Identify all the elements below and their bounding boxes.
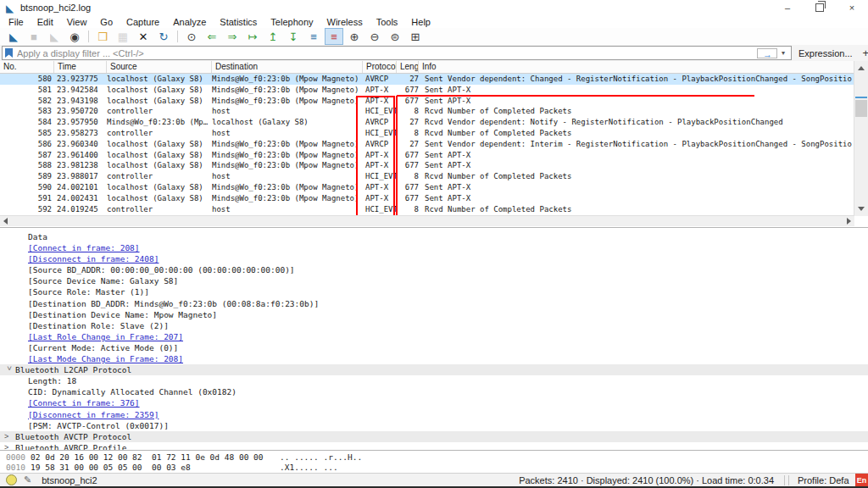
filter-dropdown-caret-icon[interactable]: ▾ [778,48,788,58]
frame-link[interactable]: [Last Mode Change in Frame: 208] [28,353,183,364]
packet-list-vertical-scrollbar[interactable] [854,61,868,216]
frame-link[interactable]: [Connect in frame: 208] [28,242,140,253]
detail-tree-item[interactable]: CID: Dynamically Allocated Channel (0x01… [0,386,868,397]
packet-row[interactable]: 58123.942584localhost (Galaxy S8)Minds@W… [0,85,854,96]
packet-row[interactable]: 58723.961400localhost (Galaxy S8)Minds@W… [0,150,854,161]
detail-tree-item[interactable]: [Connect in frame: 208] [0,242,868,253]
detail-tree-item[interactable]: [Current Mode: Active Mode (0)] [0,342,868,353]
menu-item-tools[interactable]: Tools [370,17,405,27]
frame-link[interactable]: [Disconnect in frame: 2408] [28,253,159,264]
close-file-button[interactable]: ✕ [134,28,153,45]
restart-capture-button[interactable]: ◣ [45,28,64,45]
menu-item-help[interactable]: Help [404,17,437,27]
go-to-packet-button[interactable]: ↦ [243,28,262,45]
packet-row[interactable]: 59124.002431localhost (Galaxy S8)Minds@W… [0,193,854,204]
column-header-length[interactable]: Length [397,61,419,73]
detail-tree-item[interactable]: [Connect in frame: 376] [0,397,868,408]
column-header-source[interactable]: Source [107,61,212,73]
go-last-button[interactable]: ↧ [284,28,303,45]
capture-comment-icon[interactable]: ✎ [24,474,31,485]
detail-tree-item[interactable]: [Source Role: Master (1)] [0,286,868,297]
stop-capture-button[interactable]: ■ [25,28,43,45]
expanded-arrow-icon[interactable]: > [3,366,14,374]
menu-item-telephony[interactable]: Telephony [264,17,320,27]
expert-info-icon[interactable] [6,474,17,485]
filter-bookmark-icon[interactable] [5,48,13,58]
menu-item-go[interactable]: Go [93,17,120,27]
column-header-no[interactable]: No. [0,61,54,73]
packet-row[interactable]: 59224.019245controllerhostHCI_EVT8Rcvd N… [0,204,854,215]
open-file-button[interactable]: ❒ [93,28,112,45]
capture-options-button[interactable]: ◉ [65,28,84,45]
colorize-button[interactable]: ≡ [325,28,343,45]
restore-button[interactable] [804,0,836,15]
scroll-right-icon[interactable] [847,218,851,225]
packet-row[interactable]: 58623.960340localhost (Galaxy S8)Minds@W… [0,139,854,150]
detail-tree-item[interactable]: [Destination Device Name: Mpow Magneto] [0,309,868,320]
detail-tree-item[interactable]: [Disconnect in frame: 2359] [0,409,868,420]
apply-filter-button[interactable]: → [757,48,777,58]
packet-list-horizontal-scrollbar[interactable] [0,215,854,226]
scrollbar-thumb[interactable] [855,100,867,117]
auto-scroll-button[interactable]: ≡ [304,28,323,45]
expression-button[interactable]: Expression... [798,48,853,58]
go-first-button[interactable]: ↥ [264,28,282,45]
menu-item-wireless[interactable]: Wireless [320,17,370,27]
scroll-left-icon[interactable] [3,218,8,225]
frame-link[interactable]: [Connect in frame: 376] [28,397,140,408]
packet-row[interactable]: 59024.002101localhost (Galaxy S8)Minds@W… [0,182,854,193]
detail-tree-item[interactable]: [Last Mode Change in Frame: 208] [0,353,868,364]
close-button[interactable]: × [836,0,868,15]
packet-row[interactable]: 58923.988017controllerhostHCI_EVT8Rcvd N… [0,171,854,182]
packet-row[interactable]: 58223.943198localhost (Galaxy S8)Minds@W… [0,96,854,107]
column-header-destination[interactable]: Destination [212,61,363,73]
detail-tree-item[interactable]: [Source Device Name: Galaxy S8] [0,275,868,286]
resize-columns-button[interactable]: ⊞ [406,28,425,45]
find-packet-button[interactable]: ⊙ [182,28,201,45]
collapsed-arrow-icon[interactable]: > [4,442,13,451]
detail-tree-item[interactable]: >Bluetooth AVRCP Profile [0,442,868,451]
menu-item-statistics[interactable]: Statistics [213,17,264,27]
start-capture-button[interactable]: ◣ [4,28,23,45]
detail-tree-item[interactable]: >Bluetooth AVCTP Protocol [0,431,868,442]
reload-file-button[interactable]: ↻ [154,28,173,45]
packet-row[interactable]: 58823.981238localhost (Galaxy S8)Minds@W… [0,160,854,171]
minimize-button[interactable]: – [771,0,804,15]
display-filter-input[interactable] [17,47,757,58]
detail-tree-item[interactable]: [Destination BD_ADDR: Minds@Wo_f0:23:0b … [0,298,868,309]
detail-tree-item[interactable]: [Disconnect in frame: 2408] [0,253,868,264]
menu-item-edit[interactable]: Edit [31,17,60,27]
go-forward-button[interactable]: ⇒ [223,28,242,45]
detail-tree-item[interactable]: [PSM: AVCTP-Control (0x0017)] [0,420,868,431]
packet-row[interactable]: 58323.950720controllerhostHCI_EVT8Rcvd N… [0,106,854,117]
add-filter-button[interactable]: + [863,47,868,59]
zoom-out-button[interactable]: ⊖ [365,28,384,45]
menu-item-file[interactable]: File [2,17,31,27]
go-back-button[interactable]: ⇐ [203,28,221,45]
column-header-protocol[interactable]: Protocol [363,61,397,73]
frame-link[interactable]: [Disconnect in frame: 2359] [28,409,159,420]
hex-row[interactable]: 001019 58 31 00 00 05 05 00 00 03 e8.X1.… [0,463,868,473]
packet-row[interactable]: 58423.957950Minds@Wo_f0:23:0b (Mpow Magn… [0,117,854,128]
column-header-time[interactable]: Time [54,61,107,73]
detail-tree-item[interactable]: >Bluetooth L2CAP Protocol [0,364,868,375]
collapsed-arrow-icon[interactable]: > [4,431,13,442]
zoom-original-button[interactable]: ⊜ [386,28,404,45]
menu-item-view[interactable]: View [60,17,94,27]
packet-row[interactable]: 58023.923775localhost (Galaxy S8)Minds@W… [0,74,854,85]
hex-row[interactable]: 000002 0d 20 16 00 12 00 82 01 72 11 0e … [0,452,868,463]
detail-tree-item[interactable]: Data [0,231,868,242]
column-header-info[interactable]: Info [419,61,868,73]
save-file-button[interactable]: ▦ [114,28,132,45]
detail-tree-item[interactable]: Length: 18 [0,375,868,386]
detail-tree-item[interactable]: [Destination Role: Slave (2)] [0,320,868,331]
scroll-down-icon[interactable] [858,207,865,211]
detail-tree-item[interactable]: [Last Role Change in Frame: 207] [0,331,868,342]
detail-tree-item[interactable]: [Source BD_ADDR: 00:00:00_00:00:00 (00:0… [0,264,868,275]
menu-item-analyze[interactable]: Analyze [166,17,213,27]
zoom-in-button[interactable]: ⊕ [345,28,364,45]
menu-item-capture[interactable]: Capture [120,17,166,27]
scroll-up-icon[interactable] [858,66,865,70]
packet-row[interactable]: 58523.958273controllerhostHCI_EVT8Rcvd N… [0,128,854,139]
frame-link[interactable]: [Last Role Change in Frame: 207] [28,331,183,342]
